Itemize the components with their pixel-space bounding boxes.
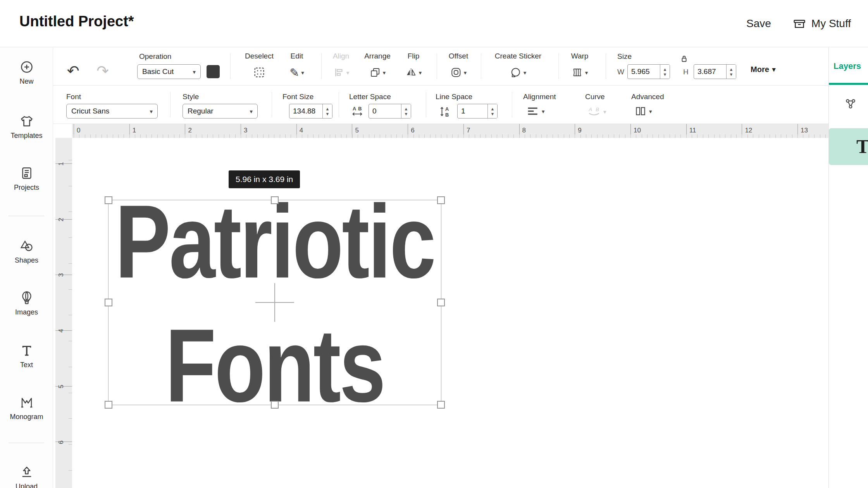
resize-handle-middle-right[interactable] — [437, 299, 445, 306]
sidebar-item-label: Text — [20, 361, 33, 369]
shapes-icon — [20, 239, 34, 253]
line-space-stepper[interactable]: ▲▼ — [487, 104, 497, 118]
pencil-icon: ✎ — [289, 66, 299, 79]
size-label: Size — [617, 52, 632, 61]
flip-button[interactable]: Flip ▾ — [405, 52, 422, 81]
sync-icon[interactable] — [844, 97, 858, 111]
line-space-value: 1 — [458, 104, 487, 118]
sidebar-item-new[interactable]: New — [0, 60, 53, 86]
sidebar-item-monogram[interactable]: Monogram — [0, 395, 53, 421]
sidebar-item-label: Shapes — [15, 256, 38, 265]
size-lock-icon[interactable] — [679, 53, 689, 64]
toolbar-divider — [321, 53, 322, 79]
advanced-label: Advanced — [631, 93, 664, 101]
warp-icon — [572, 67, 583, 78]
ruler-number: 8 — [522, 127, 526, 134]
curve-icon: A B — [587, 106, 601, 117]
sidebar-item-label: Images — [15, 308, 38, 316]
more-label: More — [751, 65, 769, 74]
resize-handle-bottom-middle[interactable] — [271, 401, 279, 409]
alignment-label: Alignment — [523, 93, 556, 101]
save-button[interactable]: Save — [746, 17, 771, 30]
width-label: W — [617, 68, 624, 76]
sidebar-item-label: New — [19, 77, 33, 86]
operation-dropdown[interactable]: Basic Cut ▾ — [137, 64, 201, 79]
sidebar-item-upload[interactable]: Upload — [0, 465, 53, 488]
font-dropdown[interactable]: Cricut Sans ▾ — [66, 104, 158, 119]
toolbar-divider — [481, 53, 481, 79]
arrange-layers-icon — [369, 67, 381, 78]
sidebar-item-label: Upload — [16, 483, 38, 488]
ruler-number: 5 — [57, 385, 65, 388]
arrange-button[interactable]: Arrange ▾ — [364, 52, 391, 81]
offset-icon — [450, 67, 462, 78]
letter-space-icon: A B — [350, 105, 364, 118]
resize-handle-top-left[interactable] — [105, 196, 112, 204]
resize-handle-top-middle[interactable] — [271, 196, 279, 204]
line-space-input[interactable]: 1 ▲▼ — [457, 104, 498, 119]
offset-label: Offset — [449, 52, 468, 60]
alignment-button[interactable]: ▾ — [527, 106, 545, 117]
font-size-label: Font Size — [282, 93, 313, 101]
height-stepper[interactable]: ▲▼ — [726, 65, 736, 79]
chevron-down-icon: ▾ — [346, 70, 350, 76]
chevron-down-icon: ▾ — [301, 70, 304, 76]
selection-bounding-box[interactable]: Patriotic Fonts — [108, 200, 441, 405]
left-sidebar: New Templates Projects Shapes — [0, 48, 53, 488]
resize-handle-bottom-right[interactable] — [437, 401, 445, 409]
warp-button[interactable]: Warp ▾ — [571, 52, 589, 81]
my-stuff-button[interactable]: My Stuff — [793, 17, 851, 30]
line-space-label: Line Space — [436, 93, 472, 101]
sidebar-item-label: Templates — [10, 132, 42, 140]
offset-button[interactable]: Offset ▾ — [449, 52, 468, 81]
height-input[interactable]: 3.687 ▲▼ — [694, 64, 736, 79]
resize-handle-top-right[interactable] — [437, 196, 445, 204]
resize-handle-bottom-left[interactable] — [105, 401, 112, 409]
more-button[interactable]: More ▾ — [751, 65, 775, 74]
chevron-down-icon: ▾ — [419, 70, 422, 76]
font-size-input[interactable]: 134.88 ▲▼ — [289, 104, 332, 119]
toolbar-divider — [606, 53, 606, 79]
sidebar-item-text[interactable]: Text — [0, 344, 53, 369]
letter-space-stepper[interactable]: ▲▼ — [401, 104, 411, 118]
design-canvas[interactable]: 5.96 in x 3.69 in Patriotic Fonts — [72, 138, 828, 488]
svg-text:B: B — [445, 112, 449, 118]
advanced-button[interactable]: ▾ — [634, 106, 652, 117]
width-stepper[interactable]: ▲▼ — [660, 65, 670, 79]
curve-label: Curve — [585, 93, 605, 101]
ruler-number: 4 — [300, 127, 303, 134]
layer-row-text[interactable]: T — [829, 128, 868, 165]
width-value: 5.965 — [628, 65, 660, 79]
style-dropdown[interactable]: Regular ▾ — [183, 104, 258, 119]
create-sticker-button[interactable]: Create Sticker ▾ — [495, 52, 541, 81]
style-value: Regular — [188, 107, 214, 115]
align-button: Align ▾ — [333, 52, 350, 81]
height-label: H — [683, 68, 689, 76]
undo-button[interactable]: ↶ — [67, 64, 79, 78]
resize-handle-middle-left[interactable] — [105, 299, 112, 306]
sidebar-item-shapes[interactable]: Shapes — [0, 239, 53, 265]
sidebar-item-images[interactable]: Images — [0, 291, 53, 316]
chevron-down-icon: ▾ — [603, 109, 606, 115]
sidebar-item-projects[interactable]: Projects — [0, 166, 53, 192]
chevron-down-icon: ▾ — [585, 70, 588, 76]
flip-mirror-icon — [405, 67, 417, 78]
redo-button[interactable]: ↷ — [96, 64, 109, 78]
ruler-number: 2 — [188, 127, 191, 134]
active-tab-indicator — [829, 83, 868, 85]
color-swatch[interactable] — [207, 65, 220, 78]
tab-layers[interactable]: Layers — [834, 61, 861, 71]
chevron-down-icon: ▾ — [772, 66, 776, 73]
design-text-line1[interactable]: Patriotic — [108, 189, 441, 294]
deselect-button[interactable]: Deselect — [245, 52, 274, 81]
width-input[interactable]: 5.965 ▲▼ — [627, 64, 670, 79]
font-size-stepper[interactable]: ▲▼ — [322, 104, 332, 118]
sidebar-item-templates[interactable]: Templates — [0, 114, 53, 140]
layers-panel: Layers T — [828, 47, 868, 488]
deselect-label: Deselect — [245, 52, 274, 60]
letter-space-input[interactable]: 0 ▲▼ — [369, 104, 411, 119]
ruler-number: 9 — [578, 127, 581, 134]
chevron-down-icon: ▾ — [383, 70, 386, 76]
chevron-down-icon: ▾ — [250, 108, 253, 114]
edit-button[interactable]: Edit ✎ ▾ — [289, 52, 304, 81]
